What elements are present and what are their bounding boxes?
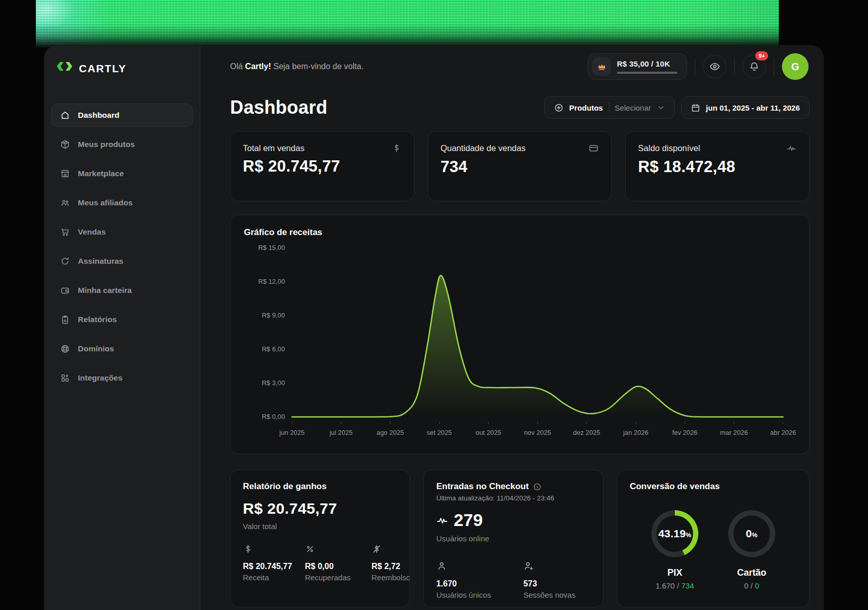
gauge-percent-unit: % (752, 532, 757, 539)
svg-text:R$ 3,00: R$ 3,00 (262, 379, 285, 387)
checkout-item-value: 573 (523, 578, 574, 590)
info-icon[interactable] (533, 482, 542, 491)
svg-text:fev 2026: fev 2026 (672, 429, 697, 436)
stats-row: Total em vendas R$ 20.745,77 Quantidade … (230, 131, 810, 201)
gauge-percent-value: 43.19 (658, 528, 686, 540)
greeting-name: Cartly! (245, 62, 271, 71)
gauge-ratio-right: 734 (681, 581, 694, 590)
plan-progress-bar (617, 72, 677, 74)
cartly-logo-icon (56, 60, 73, 77)
dollar-icon (391, 143, 402, 153)
stat-value: 734 (441, 158, 600, 176)
divider (774, 58, 774, 75)
sidebar-item-assinaturas[interactable]: Assinaturas (51, 249, 193, 273)
visibility-button[interactable] (703, 55, 727, 78)
svg-text:set 2025: set 2025 (427, 429, 452, 436)
sidebar-item-dashboard[interactable]: Dashboard (51, 103, 193, 127)
dollar-off-icon (371, 544, 382, 554)
credit-card-icon (588, 143, 599, 154)
checkout-card: Entradas no Checkout Última atualização:… (423, 470, 603, 607)
svg-text:ago 2025: ago 2025 (377, 429, 404, 436)
sidebar-item-vendas[interactable]: Vendas (51, 220, 193, 244)
svg-text:R$ 12,00: R$ 12,00 (258, 278, 285, 285)
online-users-value: 279 (453, 510, 483, 530)
earnings-item-label: Receita (243, 573, 305, 582)
svg-text:R$ 0,00: R$ 0,00 (262, 413, 285, 420)
checkout-title-text: Entradas no Checkout (436, 481, 528, 492)
sidebar-item-label: Meus afiliados (78, 198, 133, 207)
sidebar-item-marketplace[interactable]: Marketplace (51, 162, 193, 185)
notifications-button[interactable]: 9+ (742, 55, 766, 78)
gauge-ratio-left: 1.670 (655, 581, 675, 590)
sidebar-item-label: Relatórios (78, 315, 117, 324)
checkout-updated: Última atualização: 11/04/2026 - 23:46 (436, 494, 590, 502)
svg-text:R$ 15,00: R$ 15,00 (258, 244, 285, 251)
page-title: Dashboard (230, 97, 327, 118)
plus-circle-icon (554, 103, 564, 113)
svg-text:nov 2025: nov 2025 (524, 429, 551, 436)
gauge-label: Cartão (728, 567, 775, 578)
products-select-button[interactable]: Produtos Selecionar (544, 96, 675, 119)
logo: CARTLY (51, 57, 193, 77)
subscriptions-icon (60, 256, 70, 266)
sidebar-item-label: Integrações (78, 373, 122, 383)
products-label: Produtos (569, 103, 603, 112)
stat-value: R$ 20.745,77 (243, 157, 402, 176)
earnings-title: Relatório de ganhos (243, 481, 397, 492)
divider (695, 58, 695, 75)
earnings-item-value: R$ 0,00 (305, 561, 356, 572)
sidebar-item-label: Assinaturas (78, 257, 123, 266)
checkout-title: Entradas no Checkout (436, 481, 590, 492)
plan-usage-button[interactable]: R$ 35,00 / 10K (588, 53, 687, 80)
checkout-item-usuarios-unicos: 1.670 Usuários únicos (436, 560, 523, 599)
dollar-icon (243, 544, 253, 554)
chevron-down-icon (657, 103, 665, 112)
sidebar-item-relatorios[interactable]: Relatórios (51, 308, 193, 331)
sidebar-item-dominios[interactable]: Domínios (51, 337, 193, 361)
sidebar-item-meus-afiliados[interactable]: Meus afiliados (51, 191, 193, 215)
svg-text:dez 2025: dez 2025 (573, 429, 601, 436)
revenue-area-chart: R$ 15,00R$ 12,00R$ 9,00R$ 6,00R$ 3,00R$ … (244, 239, 796, 441)
products-select-label: Selecionar (615, 103, 651, 112)
crown-icon (597, 62, 607, 72)
sidebar-item-label: Minha carteira (78, 286, 132, 295)
package-icon (60, 139, 70, 150)
sidebar-item-integracoes[interactable]: Integrações (51, 366, 193, 390)
gauge-ratio-separator: / (751, 581, 753, 590)
avatar[interactable]: G (782, 53, 809, 80)
gauge-ratio: 0 / 0 (728, 581, 775, 590)
main-area: Olá Cartly! Seja bem-vindo de volta. R$ … (200, 45, 824, 610)
stat-label: Quantidade de vendas (441, 143, 526, 153)
sidebar-nav: Dashboard Meus produtos Marketplace Meus… (51, 103, 193, 390)
sidebar-item-minha-carteira[interactable]: Minha carteira (51, 279, 193, 302)
bell-icon (749, 61, 760, 72)
svg-text:abr 2026: abr 2026 (770, 429, 796, 436)
revenue-chart-card: Gráfico de receitas R$ 15,00R$ 12,00R$ 9… (230, 215, 810, 454)
brand-name: CARTLY (79, 62, 127, 75)
conversion-card: Conversão de vendas 43.19% PIX 1 (617, 470, 810, 607)
percent-icon (305, 544, 315, 554)
sidebar-item-meus-produtos[interactable]: Meus produtos (51, 133, 193, 156)
gauge-ratio-right: 0 (755, 581, 759, 590)
date-range-button[interactable]: jun 01, 2025 - abr 11, 2026 (681, 96, 810, 119)
checkout-item-value: 1.670 (436, 578, 487, 590)
greeting-suffix: Seja bem-vindo de volta. (271, 62, 364, 71)
topbar: Olá Cartly! Seja bem-vindo de volta. R$ … (200, 45, 824, 80)
app-window: CARTLY Dashboard Meus produtos Marketpla… (44, 45, 824, 610)
stat-label: Total em vendas (243, 143, 304, 153)
divider (734, 58, 735, 75)
affiliates-icon (60, 198, 70, 208)
page-content: Dashboard Produtos Selecionar jun 01, 20… (200, 80, 824, 610)
gauge-pix: 43.19% PIX 1.670 / 734 (651, 510, 698, 590)
glitch-artifact (36, 0, 779, 48)
checkout-breakdown: 1.670 Usuários únicos 573 Sessões novas (436, 560, 590, 599)
reports-icon (60, 314, 70, 325)
greeting: Olá Cartly! Seja bem-vindo de volta. (230, 62, 364, 71)
crown-tile (592, 57, 611, 76)
page-header: Dashboard Produtos Selecionar jun 01, 20… (230, 96, 810, 119)
gauge-ratio-left: 0 (744, 581, 748, 590)
svg-text:R$ 9,00: R$ 9,00 (262, 311, 285, 319)
checkout-item-label: Usuários únicos (436, 591, 523, 599)
sidebar-item-label: Domínios (78, 344, 114, 353)
checkout-item-label: Sessões novas (523, 591, 590, 599)
